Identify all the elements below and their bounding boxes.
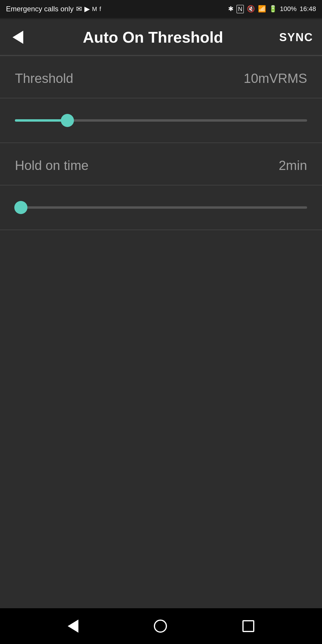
back-button[interactable] [9,31,27,44]
threshold-label: Threshold [15,71,73,86]
threshold-slider-container[interactable] [0,98,322,143]
threshold-row: Threshold 10mVRMS [0,56,322,98]
hold-on-time-row: Hold on time 2min [0,143,322,185]
nav-back-icon [68,620,78,633]
battery-percent: 100% [280,5,297,13]
emergency-text: Emergency calls only [6,5,74,13]
mute-icon: 🔇 [247,5,255,13]
forward-icon: ▶ [84,5,90,13]
hold-on-time-slider-thumb[interactable] [14,201,27,214]
status-left: Emergency calls only ✉ ▶ M f [6,5,101,13]
hold-on-time-value: 2min [279,158,307,173]
hold-on-time-slider-container[interactable] [0,185,322,230]
content-area: Threshold 10mVRMS Hold on time 2min [0,56,322,230]
bottom-navigation [0,608,322,644]
hold-on-time-label: Hold on time [15,158,89,173]
gmail-icon: M [92,6,97,13]
mail-icon: ✉ [76,5,82,13]
battery-icon: 🔋 [269,5,277,13]
threshold-slider-track[interactable] [15,119,307,122]
status-right: ✱ N 🔇 📶 🔋 100% 16:48 [228,5,316,13]
hold-on-time-slider-track[interactable] [15,206,307,209]
time-display: 16:48 [300,5,316,13]
threshold-slider-fill [15,119,67,122]
page-title: Auto On Threshold [27,28,279,46]
app-bar: Auto On Threshold SYNC [0,20,322,55]
status-bar: Emergency calls only ✉ ▶ M f ✱ N 🔇 📶 🔋 1… [0,0,322,18]
nfc-icon: N [236,5,244,13]
nav-home-button[interactable] [154,620,167,633]
facebook-icon: f [99,6,101,13]
nav-recents-icon [242,620,254,632]
nav-recents-button[interactable] [242,620,254,632]
bluetooth-icon: ✱ [228,5,233,13]
threshold-value: 10mVRMS [244,71,307,86]
wifi-icon: 📶 [258,5,266,13]
back-arrow-icon [13,31,23,44]
sync-button[interactable]: SYNC [279,31,313,44]
threshold-slider-thumb[interactable] [61,114,74,127]
nav-home-icon [154,620,167,633]
nav-back-button[interactable] [68,620,78,633]
